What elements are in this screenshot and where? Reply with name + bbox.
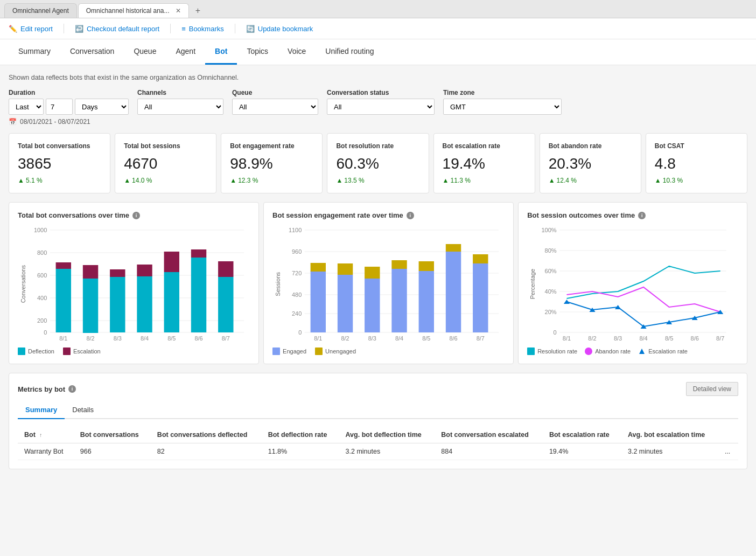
col-escalation-rate[interactable]: Bot escalation rate <box>543 427 621 443</box>
svg-text:8/2: 8/2 <box>588 336 597 342</box>
chart1-legend: Deflection Escalation <box>18 348 250 355</box>
duration-unit-select[interactable]: Days <box>75 99 129 115</box>
svg-rect-59 <box>473 254 488 263</box>
timezone-select[interactable]: GMT <box>443 99 562 115</box>
svg-text:Day: Day <box>637 343 649 343</box>
queue-select[interactable]: All <box>232 99 318 115</box>
nav-tab-voice[interactable]: Voice <box>278 39 316 65</box>
nav-tab-unified-routing[interactable]: Unified routing <box>316 39 383 65</box>
svg-text:400: 400 <box>37 295 47 301</box>
charts-row: Total bot conversations over time i Conv… <box>9 202 747 364</box>
date-range: 📅 08/01/2021 - 08/07/2021 <box>9 118 747 126</box>
sub-tab-details[interactable]: Details <box>65 401 101 419</box>
svg-rect-13 <box>56 262 71 269</box>
svg-text:0: 0 <box>298 330 302 336</box>
calendar-icon: 📅 <box>9 118 17 126</box>
svg-text:8/7: 8/7 <box>477 336 485 342</box>
close-tab-icon[interactable]: ✕ <box>176 7 181 15</box>
svg-text:20%: 20% <box>545 309 557 315</box>
edit-report-button[interactable]: ✏️ Edit report <box>9 25 53 33</box>
nav-tab-summary[interactable]: Summary <box>9 39 60 65</box>
chart3-info-icon[interactable]: i <box>638 212 646 219</box>
svg-text:Day: Day <box>138 342 150 343</box>
toolbar: ✏️ Edit report ↩️ Checkout default repor… <box>0 18 756 39</box>
nav-tab-bot[interactable]: Bot <box>205 39 237 65</box>
col-avg-escalation[interactable]: Avg. bot escalation time <box>621 427 718 443</box>
svg-text:200: 200 <box>37 318 47 324</box>
svg-text:8/6: 8/6 <box>450 336 458 342</box>
svg-text:8/5: 8/5 <box>167 336 176 342</box>
svg-rect-16 <box>110 277 125 332</box>
nav-tab-queue[interactable]: Queue <box>124 39 166 65</box>
kpi-value-2: 98.9% <box>230 155 313 172</box>
trend-arrow-3: ▲ <box>336 177 342 184</box>
col-avg-deflection[interactable]: Avg. bot deflection time <box>339 427 435 443</box>
tab-omnichannel-agent[interactable]: Omnichannel Agent <box>4 3 77 18</box>
kpi-trend-value-5: 12.4 % <box>557 177 577 184</box>
kpi-trend-value-0: 5.1 % <box>26 177 43 184</box>
col-escalated[interactable]: Bot conversation escalated <box>435 427 543 443</box>
svg-rect-56 <box>446 252 461 332</box>
svg-rect-24 <box>218 277 233 332</box>
col-conversations[interactable]: Bot conversations <box>74 427 151 443</box>
kpi-value-1: 4670 <box>124 155 207 172</box>
kpi-trend-6: ▲ 10.3 % <box>655 177 738 184</box>
cell-escalation-rate: 19.4% <box>543 443 621 460</box>
update-bookmark-button[interactable]: 🔄 Update bookmark <box>246 25 313 33</box>
col-deflection-rate[interactable]: Bot deflection rate <box>262 427 339 443</box>
checkout-report-button[interactable]: ↩️ Checkout default report <box>75 25 159 33</box>
chart1-info-icon[interactable]: i <box>132 212 140 219</box>
bookmarks-button[interactable]: ≡ Bookmarks <box>181 25 224 33</box>
svg-rect-48 <box>338 275 353 332</box>
duration-value-input[interactable] <box>46 99 73 115</box>
kpi-trend-value-3: 13.5 % <box>344 177 364 184</box>
svg-text:480: 480 <box>292 292 302 298</box>
chart3-y-label: Percentage <box>527 269 536 299</box>
conv-status-select[interactable]: All <box>327 99 435 115</box>
channels-select[interactable]: All <box>137 99 223 115</box>
col-bot[interactable]: Bot ↑ <box>18 427 74 443</box>
duration-filter: Duration Last Days <box>9 89 129 115</box>
bookmarks-icon: ≡ <box>181 25 186 33</box>
svg-rect-22 <box>191 258 206 332</box>
duration-preset-select[interactable]: Last <box>9 99 44 115</box>
svg-text:1100: 1100 <box>289 227 302 233</box>
kpi-title-0: Total bot conversations <box>18 142 101 150</box>
svg-text:8/3: 8/3 <box>368 336 376 342</box>
duration-label: Duration <box>9 89 129 96</box>
info-text: Shown data reflects bots that exist in t… <box>9 74 747 81</box>
add-tab-button[interactable]: + <box>190 4 206 18</box>
metrics-title: Metrics by bot i <box>18 385 76 393</box>
chart-session-engagement: Bot session engagement rate over time i … <box>263 202 514 364</box>
nav-tab-conversation[interactable]: Conversation <box>60 39 124 65</box>
tab-omnichannel-historical[interactable]: Omnichannel historical ana... ✕ <box>78 3 189 18</box>
col-deflected[interactable]: Bot conversations deflected <box>151 427 262 443</box>
svg-text:800: 800 <box>37 250 47 256</box>
svg-text:8/6: 8/6 <box>691 336 699 342</box>
detailed-view-button[interactable]: Detailed view <box>686 382 738 396</box>
svg-text:8/4: 8/4 <box>395 336 403 342</box>
col-more <box>718 427 738 443</box>
cell-escalated: 884 <box>435 443 543 460</box>
metrics-info-icon[interactable]: i <box>68 385 76 393</box>
chart2-info-icon[interactable]: i <box>407 212 414 219</box>
svg-text:8/3: 8/3 <box>114 336 122 342</box>
svg-text:8/2: 8/2 <box>341 336 349 342</box>
cell-deflection-rate: 11.8% <box>262 443 339 460</box>
sub-tab-summary[interactable]: Summary <box>18 401 65 419</box>
kpi-value-4: 19.4% <box>443 155 526 172</box>
cell-deflected: 82 <box>151 443 262 460</box>
nav-tab-topics[interactable]: Topics <box>237 39 278 65</box>
metrics-section: Metrics by bot i Detailed view Summary D… <box>9 373 747 469</box>
chart2-y-label: Sessions <box>272 272 281 296</box>
chart2-legend: Engaged Unengaged <box>272 348 505 355</box>
kpi-trend-5: ▲ 12.4 % <box>549 177 632 184</box>
cell-row-more[interactable]: ... <box>718 443 738 460</box>
svg-text:0: 0 <box>554 330 557 336</box>
svg-text:8/4: 8/4 <box>141 336 149 342</box>
browser-tabs: Omnichannel Agent Omnichannel historical… <box>0 0 756 18</box>
refresh-icon: 🔄 <box>246 25 255 33</box>
nav-tab-agent[interactable]: Agent <box>166 39 205 65</box>
kpi-trend-3: ▲ 13.5 % <box>336 177 419 184</box>
kpi-trend-1: ▲ 14.0 % <box>124 177 207 184</box>
